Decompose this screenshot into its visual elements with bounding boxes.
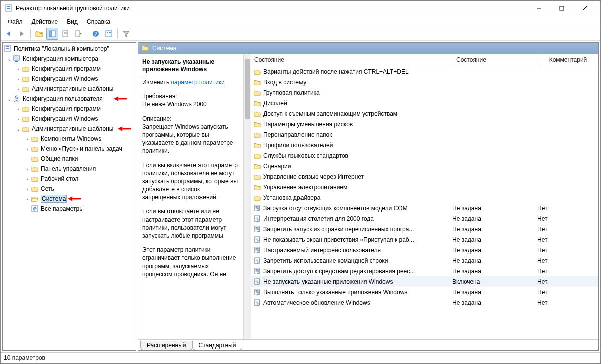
maximize-button[interactable] bbox=[550, 1, 573, 16]
item-comment: Нет bbox=[537, 289, 597, 296]
twisty-expanded-icon[interactable]: ⌄ bbox=[15, 126, 22, 132]
list-item-setting[interactable]: Интерпретация столетия для 2000 года Не … bbox=[251, 213, 598, 224]
list-item-folder[interactable]: Доступ к съемным запоминающим устройства… bbox=[251, 108, 598, 119]
list-item-folder[interactable]: Сценарии bbox=[251, 161, 598, 171]
list-item-folder[interactable]: Перенаправление папок bbox=[251, 129, 598, 140]
twisty-collapsed-icon[interactable]: › bbox=[15, 106, 22, 112]
tree-item[interactable]: ›Конфигурация программ bbox=[3, 104, 136, 114]
list-item-folder[interactable]: Службы языковых стандартов bbox=[251, 150, 598, 161]
minimize-button[interactable] bbox=[527, 1, 550, 16]
tree-item[interactable]: ›Меню «Пуск» и панель задач bbox=[3, 144, 136, 154]
close-button[interactable] bbox=[573, 1, 596, 16]
menu-file[interactable]: Файл bbox=[4, 17, 27, 26]
edit-line: Изменить параметр политики bbox=[142, 78, 239, 86]
description-scrollbar[interactable] bbox=[243, 54, 251, 339]
list-rows[interactable]: Варианты действий после нажатия CTRL+ALT… bbox=[251, 66, 598, 339]
up-button[interactable] bbox=[33, 28, 45, 40]
help-button[interactable]: ? bbox=[90, 28, 102, 40]
twisty-collapsed-icon[interactable]: › bbox=[24, 166, 31, 172]
tab-standard[interactable]: Стандартный bbox=[192, 341, 243, 350]
properties-button[interactable] bbox=[59, 28, 71, 40]
tree-item[interactable]: ›Конфигурация Windows bbox=[3, 114, 136, 124]
tree-computer-config[interactable]: ⌄ Конфигурация компьютера bbox=[3, 54, 136, 64]
req-label: Требования: bbox=[142, 93, 177, 100]
svg-marker-22 bbox=[20, 31, 24, 36]
tree-root[interactable]: Политика "Локальный компьютер" bbox=[3, 44, 136, 54]
folder-icon bbox=[31, 145, 39, 153]
tree-item[interactable]: Общие папки bbox=[3, 154, 136, 164]
column-comment[interactable]: Комментарий bbox=[538, 54, 598, 66]
twisty-collapsed-icon[interactable]: › bbox=[24, 146, 31, 152]
menu-view[interactable]: Вид bbox=[63, 17, 82, 26]
twisty-collapsed-icon[interactable]: › bbox=[24, 176, 31, 182]
list-item-folder[interactable]: Варианты действий после нажатия CTRL+ALT… bbox=[251, 66, 598, 77]
twisty-collapsed-icon[interactable]: › bbox=[24, 186, 31, 192]
setting-icon bbox=[253, 288, 261, 296]
back-button[interactable] bbox=[3, 28, 15, 40]
list-item-setting[interactable]: Выполнять только указанные приложения Wi… bbox=[251, 287, 598, 297]
list-item-folder[interactable]: Профили пользователей bbox=[251, 140, 598, 150]
folder-icon bbox=[253, 110, 261, 118]
menu-action[interactable]: Действие bbox=[28, 17, 62, 26]
tree-user-config[interactable]: ⌄ Конфигурация пользователя bbox=[3, 94, 136, 104]
list-item-setting[interactable]: Запретить использование командной строки… bbox=[251, 255, 598, 266]
tree-item[interactable]: ›Административные шаблоны bbox=[3, 84, 136, 94]
twisty-collapsed-icon[interactable]: › bbox=[24, 196, 31, 202]
item-comment: Нет bbox=[537, 236, 597, 243]
list-item-setting[interactable]: Запретить запуск из справки перечисленны… bbox=[251, 224, 598, 234]
forward-button[interactable] bbox=[16, 28, 28, 40]
toolbar-sep3 bbox=[117, 29, 118, 39]
tree-system[interactable]: › Система bbox=[3, 194, 136, 204]
tree-label: Административные шаблоны bbox=[32, 85, 113, 92]
tree-admin-templates[interactable]: ⌄ Административные шаблоны bbox=[3, 124, 136, 134]
export-button[interactable] bbox=[72, 28, 84, 40]
twisty-expanded-icon[interactable]: ⌄ bbox=[6, 96, 13, 102]
tree-item[interactable]: ›Конфигурация программ bbox=[3, 64, 136, 74]
user-icon bbox=[13, 95, 21, 103]
list-item-setting[interactable]: Не запускать указанные приложения Window… bbox=[251, 276, 598, 287]
folder-icon bbox=[22, 85, 30, 93]
show-tree-button[interactable] bbox=[46, 28, 58, 40]
tree-all-settings[interactable]: Все параметры bbox=[3, 204, 136, 214]
folder-icon bbox=[31, 135, 39, 143]
list-item-folder[interactable]: Управление связью через Интернет bbox=[251, 171, 598, 182]
scrollbar-thumb[interactable] bbox=[245, 59, 250, 119]
twisty-collapsed-icon[interactable]: › bbox=[15, 76, 22, 82]
list-item-setting[interactable]: Загрузка отсутствующих компонентов модел… bbox=[251, 203, 598, 213]
tree-item[interactable]: ›Панель управления bbox=[3, 164, 136, 174]
tree-item[interactable]: ›Рабочий стол bbox=[3, 174, 136, 184]
twisty-collapsed-icon[interactable]: › bbox=[15, 116, 22, 122]
list-item-folder[interactable]: Управление электропитанием bbox=[251, 182, 598, 192]
twisty-collapsed-icon[interactable]: › bbox=[15, 66, 22, 72]
list-item-setting[interactable]: Автоматическое обновление Windows Не зад… bbox=[251, 297, 598, 308]
tree-item[interactable]: ›Конфигурация Windows bbox=[3, 74, 136, 84]
folder-icon bbox=[141, 44, 149, 52]
column-state[interactable]: Состояние bbox=[453, 54, 538, 66]
twisty-collapsed-icon[interactable]: › bbox=[15, 86, 22, 92]
twisty-collapsed-icon[interactable]: › bbox=[24, 136, 31, 142]
column-name[interactable]: Состояние bbox=[251, 54, 453, 66]
filter-button[interactable] bbox=[120, 28, 132, 40]
tab-extended[interactable]: Расширенный bbox=[140, 341, 193, 350]
list-item-folder[interactable]: Групповая политика bbox=[251, 87, 598, 98]
req-value: Не ниже Windows 2000 bbox=[142, 101, 207, 108]
list-item-folder[interactable]: Параметры уменьшения рисков bbox=[251, 119, 598, 129]
options-button[interactable] bbox=[103, 28, 115, 40]
item-comment: Нет bbox=[537, 215, 597, 222]
list-item-setting[interactable]: Запретить доступ к средствам редактирова… bbox=[251, 266, 598, 276]
list-item-setting[interactable]: Не показывать экран приветствия «Приступ… bbox=[251, 234, 598, 245]
list-item-setting[interactable]: Настраиваемый интерфейс пользователя Не … bbox=[251, 245, 598, 255]
list-item-folder[interactable]: Установка драйвера bbox=[251, 192, 598, 203]
list-item-folder[interactable]: Дисплей bbox=[251, 98, 598, 108]
folder-icon bbox=[253, 131, 261, 139]
menubar: Файл Действие Вид Справка bbox=[1, 16, 600, 27]
list-item-folder[interactable]: Вход в систему bbox=[251, 77, 598, 87]
svg-rect-24 bbox=[49, 31, 51, 37]
item-name: Управление связью через Интернет bbox=[263, 173, 452, 180]
tree-pane[interactable]: Политика "Локальный компьютер" ⌄ Конфигу… bbox=[2, 42, 136, 351]
menu-help[interactable]: Справка bbox=[83, 17, 114, 26]
edit-policy-link[interactable]: параметр политики bbox=[171, 79, 224, 86]
tree-item[interactable]: ›Компоненты Windows bbox=[3, 134, 136, 144]
tree-item[interactable]: ›Сеть bbox=[3, 184, 136, 194]
twisty-expanded-icon[interactable]: ⌄ bbox=[6, 56, 13, 62]
